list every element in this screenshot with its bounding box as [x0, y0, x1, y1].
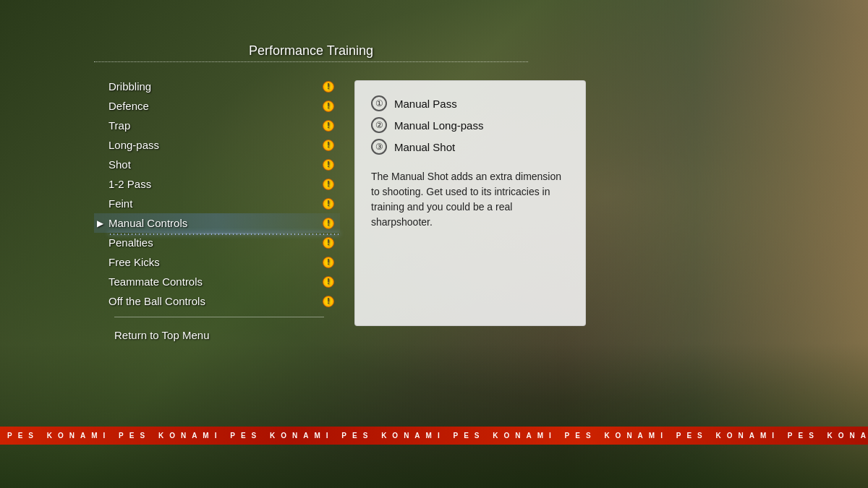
menu-item-manual-controls[interactable]: ▶Manual Controls! [94, 213, 340, 233]
page-title: Performance Training [94, 43, 528, 59]
menu-item-label: Teammate Controls [109, 275, 323, 288]
warning-icon: ! [323, 159, 334, 171]
warning-icon: ! [323, 257, 334, 268]
menu-list: Dribbling!Defence!Trap!Long-pass!Shot!1-… [94, 77, 340, 311]
info-item-number: ② [371, 117, 387, 133]
warning-icon: ! [323, 100, 334, 112]
info-description: The Manual Shot adds an extra dimension … [371, 169, 569, 230]
menu-item-long-pass[interactable]: Long-pass! [94, 135, 340, 155]
return-to-top-menu[interactable]: Return to Top Menu [94, 323, 340, 345]
menu-item-defence[interactable]: Defence! [94, 96, 340, 116]
warning-icon: ! [323, 237, 334, 249]
menu-item-dribbling[interactable]: Dribbling! [94, 77, 340, 96]
warning-icon: ! [323, 198, 334, 210]
warning-icon: ! [323, 120, 334, 132]
info-list-item: ②Manual Long-pass [371, 117, 569, 133]
info-list: ①Manual Pass②Manual Long-pass③Manual Sho… [371, 95, 569, 155]
menu-item-teammate-controls[interactable]: Teammate Controls! [94, 272, 340, 291]
warning-icon: ! [323, 218, 334, 229]
menu-item-label: Long-pass [109, 139, 323, 151]
menu-container: Dribbling!Defence!Trap!Long-pass!Shot!1-… [94, 77, 340, 345]
menu-item-feint[interactable]: Feint! [94, 194, 340, 213]
warning-icon: ! [323, 179, 334, 190]
title-divider [94, 61, 528, 62]
menu-item-label: Off the Ball Controls [109, 295, 323, 307]
menu-item-label: Shot [109, 158, 323, 171]
menu-arrow-icon: ▶ [97, 218, 103, 228]
menu-divider [114, 317, 324, 317]
menu-item-label: Defence [109, 100, 323, 112]
warning-icon: ! [323, 276, 334, 288]
menu-item-penalties[interactable]: Penalties! [94, 233, 340, 252]
menu-item-label: Free Kicks [109, 256, 323, 268]
warning-icon: ! [323, 140, 334, 151]
menu-item-1-2-pass[interactable]: 1-2 Pass! [94, 174, 340, 194]
info-item-number: ③ [371, 139, 387, 155]
info-panel: ①Manual Pass②Manual Long-pass③Manual Sho… [354, 80, 586, 326]
title-area: Performance Training [94, 43, 528, 62]
menu-item-trap[interactable]: Trap! [94, 116, 340, 135]
info-item-text: Manual Shot [394, 141, 455, 153]
content-area: Performance Training Dribbling!Defence!T… [0, 0, 868, 488]
menu-item-label: Feint [109, 197, 323, 210]
main-layout: Dribbling!Defence!Trap!Long-pass!Shot!1-… [94, 77, 586, 345]
menu-item-label: Penalties [109, 236, 323, 249]
menu-item-label: Dribbling [109, 80, 323, 93]
menu-item-off-ball-controls[interactable]: Off the Ball Controls! [94, 291, 340, 311]
warning-icon: ! [323, 81, 334, 93]
info-item-number: ① [371, 95, 387, 111]
menu-item-label: Manual Controls [109, 217, 323, 229]
info-list-item: ③Manual Shot [371, 139, 569, 155]
menu-item-label: 1-2 Pass [109, 178, 323, 190]
warning-icon: ! [323, 296, 334, 307]
menu-item-shot[interactable]: Shot! [94, 155, 340, 174]
menu-item-free-kicks[interactable]: Free Kicks! [94, 252, 340, 272]
info-item-text: Manual Long-pass [394, 119, 483, 132]
info-item-text: Manual Pass [394, 98, 457, 110]
info-list-item: ①Manual Pass [371, 95, 569, 111]
menu-item-label: Trap [109, 119, 323, 132]
